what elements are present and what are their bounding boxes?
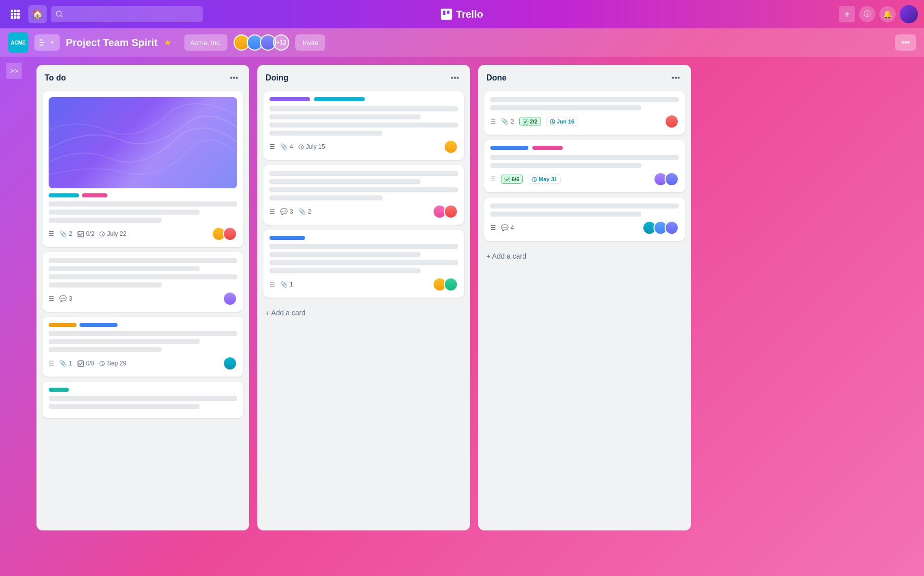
nav-right-actions: + ⓘ 🔔 xyxy=(839,5,918,23)
progress-bar-cyan xyxy=(314,97,365,101)
svg-rect-11 xyxy=(40,39,43,40)
card-text-line xyxy=(490,155,679,160)
card-todo-3[interactable]: ☰ 📎 1 0/8 Sep 29 xyxy=(43,317,243,377)
card-text-line xyxy=(490,97,679,102)
desc-icon: ☰ xyxy=(270,208,275,215)
card-avatar-2 xyxy=(223,227,237,241)
card-avatar-1 xyxy=(223,292,237,306)
user-avatar[interactable] xyxy=(900,5,918,23)
due-date-badge: Jun 16 xyxy=(546,117,578,126)
card-todo-2[interactable]: ☰ 💬 3 xyxy=(43,252,243,312)
card-doing-3[interactable]: ☰ 📎 1 xyxy=(263,230,464,298)
member-count-badge[interactable]: +12 xyxy=(273,34,289,51)
card-tags xyxy=(49,193,237,197)
list-doing-header: Doing ••• xyxy=(263,71,464,85)
card-tags xyxy=(49,323,237,327)
desc-icon: ☰ xyxy=(490,224,496,231)
card-text-line xyxy=(49,404,200,409)
card-text-line xyxy=(270,268,420,273)
sidebar-expand-button[interactable]: >> xyxy=(6,63,22,79)
svg-rect-13 xyxy=(40,45,44,46)
card-text-line xyxy=(270,131,382,136)
home-button[interactable]: 🏠 xyxy=(28,5,47,23)
attachments-count: 📎 2 xyxy=(59,230,72,237)
add-button[interactable]: + xyxy=(839,6,855,22)
progress-bar-pink xyxy=(532,146,563,150)
card-avatars xyxy=(653,172,679,186)
tag-pink xyxy=(82,193,107,197)
card-meta: ☰ 💬 3 xyxy=(49,292,237,306)
attachments-count: 📎 4 xyxy=(280,143,293,150)
board-star-button[interactable]: ★ xyxy=(164,37,172,48)
add-card-button-done[interactable]: + Add a card xyxy=(484,248,685,264)
card-text-line xyxy=(490,203,679,209)
attachments-count: 📎 1 xyxy=(59,360,72,367)
workspace-logo: ACME xyxy=(8,32,28,53)
list-todo-menu[interactable]: ••• xyxy=(227,71,241,85)
attachments-count: 📎 2 xyxy=(298,208,312,215)
card-avatar-1 xyxy=(665,114,679,129)
list-doing-menu[interactable]: ••• xyxy=(448,71,462,85)
svg-rect-5 xyxy=(17,13,20,16)
divider xyxy=(178,36,178,49)
card-avatar-2 xyxy=(665,172,679,186)
search-bar[interactable] xyxy=(51,6,203,22)
card-doing-1[interactable]: ☰ 📎 4 July 15 xyxy=(263,91,464,160)
checklist-count: 0/2 xyxy=(78,230,95,237)
card-text-line xyxy=(49,201,237,207)
card-avatars xyxy=(223,356,237,371)
list-done-menu[interactable]: ••• xyxy=(669,71,683,85)
tag-teal xyxy=(49,388,69,392)
notifications-button[interactable]: 🔔 xyxy=(879,6,896,22)
svg-rect-12 xyxy=(40,42,45,43)
tag-cyan xyxy=(49,193,79,197)
card-todo-1[interactable]: ☰ 📎 2 0/2 July 22 xyxy=(43,91,243,247)
card-text-line xyxy=(270,106,458,111)
due-date-badge: May 31 xyxy=(528,175,561,184)
trello-logo-mark xyxy=(441,9,452,20)
card-done-2[interactable]: ☰ 6/6 May 31 xyxy=(484,140,685,192)
card-avatar-2 xyxy=(444,277,458,292)
card-avatars xyxy=(433,204,458,219)
card-meta: ☰ 6/6 May 31 xyxy=(490,172,679,186)
checklist-done-badge: 2/2 xyxy=(519,117,541,126)
tag-blue xyxy=(80,323,118,327)
comments-count: 💬 3 xyxy=(280,208,293,215)
card-done-3[interactable]: ☰ 💬 4 xyxy=(484,197,685,241)
list-doing: Doing ••• ☰ 📎 4 July 15 xyxy=(257,65,470,530)
svg-rect-2 xyxy=(17,10,20,12)
card-text-line xyxy=(49,396,237,401)
card-avatars xyxy=(665,114,679,129)
svg-rect-1 xyxy=(14,10,17,12)
list-todo: To do ••• ☰ 📎 2 xyxy=(36,65,249,530)
comments-count: 💬 4 xyxy=(501,224,514,231)
due-date: July 15 xyxy=(298,143,325,150)
card-text-line xyxy=(49,347,162,352)
card-avatars xyxy=(444,140,458,154)
progress-bars xyxy=(490,146,679,150)
card-text-line xyxy=(270,187,458,192)
card-meta: ☰ 📎 2 2/2 Jun 16 xyxy=(490,114,679,129)
sidebar: >> xyxy=(0,57,28,79)
card-text-line xyxy=(49,218,162,223)
desc-icon: ☰ xyxy=(490,118,496,125)
member-avatars: +12 xyxy=(234,34,289,51)
desc-icon: ☰ xyxy=(49,230,54,237)
card-doing-2[interactable]: ☰ 💬 3 📎 2 xyxy=(263,165,464,225)
board-menu-button[interactable] xyxy=(34,34,60,51)
card-todo-4[interactable] xyxy=(43,382,243,418)
workspace-button[interactable]: Acme, Inc. xyxy=(184,34,227,51)
add-card-button-doing[interactable]: + Add a card xyxy=(263,305,464,321)
card-meta: ☰ 📎 4 July 15 xyxy=(270,140,458,154)
board-content: To do ••• ☰ 📎 2 xyxy=(28,57,924,576)
board-more-button[interactable]: ••• xyxy=(895,34,916,51)
list-done: Done ••• ☰ 📎 2 2/2 Jun 16 xyxy=(478,65,691,530)
card-text-line xyxy=(49,339,200,344)
info-button[interactable]: ⓘ xyxy=(859,6,875,22)
card-done-1[interactable]: ☰ 📎 2 2/2 Jun 16 xyxy=(484,91,685,135)
card-text-line xyxy=(490,212,641,217)
grid-menu-icon[interactable] xyxy=(6,5,24,23)
checklist-done-badge: 6/6 xyxy=(501,175,523,184)
card-text-line xyxy=(270,252,420,257)
invite-button[interactable]: Invite xyxy=(295,34,325,51)
